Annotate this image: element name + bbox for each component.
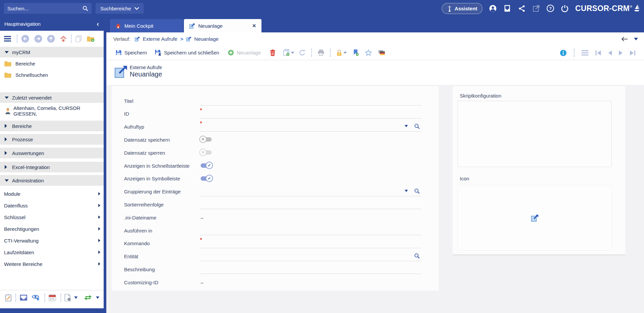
notifications-tray-icon[interactable] xyxy=(503,4,511,12)
lock-button[interactable] xyxy=(336,49,342,56)
sidebar-item-recent-contact[interactable]: Altenhain, Cornelia, CURSOR GIESSEN, xyxy=(0,105,104,117)
entitaet-input[interactable] xyxy=(200,251,401,260)
sidebar-item-cti-verwaltung[interactable]: CTI-Verwaltung xyxy=(0,236,104,246)
field-row-kommando: Kommando * xyxy=(112,237,439,250)
history-back-icon[interactable] xyxy=(621,37,628,41)
lookup-search-icon[interactable] xyxy=(414,253,420,259)
search-icon[interactable] xyxy=(82,5,88,11)
share-icon[interactable] xyxy=(518,4,526,12)
dropdown-chevron-icon[interactable] xyxy=(405,190,408,192)
field-row-gruppierung: Gruppierung der Einträge xyxy=(112,185,439,198)
sidebar-bottom-toolbar xyxy=(0,292,104,303)
copy-record-button[interactable] xyxy=(283,49,290,56)
kommando-input[interactable] xyxy=(205,238,421,247)
ausfuehren-in-input[interactable] xyxy=(200,225,421,234)
save-and-close-button[interactable]: Speichern und schließen xyxy=(155,49,219,56)
list-view-icon[interactable] xyxy=(581,50,588,55)
external-window-icon[interactable] xyxy=(532,4,540,12)
nav-up-button[interactable] xyxy=(47,35,55,43)
gruppierung-input[interactable] xyxy=(200,186,387,195)
form-card: Titel ID * Aufruftyp * xyxy=(112,86,439,291)
logout-power-icon[interactable] xyxy=(561,4,569,12)
calendar-icon[interactable] xyxy=(48,294,56,301)
previous-record-icon[interactable] xyxy=(608,50,612,55)
sidebar-item-bereiche-folder[interactable]: Bereiche xyxy=(0,58,104,68)
user-account-icon[interactable] xyxy=(489,4,497,12)
new-record-button[interactable]: Neuanlage xyxy=(228,49,261,56)
sidebar-item-datenfluss[interactable]: Datenfluss xyxy=(0,200,104,210)
history-dropdown-icon[interactable] xyxy=(634,38,638,40)
sidebar-section-mycrm[interactable]: myCRM xyxy=(0,47,104,57)
sidebar-item-berechtigungen[interactable]: Berechtigungen xyxy=(0,224,104,234)
anzeigen-symbolleiste-toggle[interactable]: ✓ xyxy=(201,176,212,181)
add-bookmark-button[interactable] xyxy=(353,49,359,56)
submenu-arrow-icon xyxy=(98,251,100,254)
lookup-search-icon[interactable] xyxy=(414,188,420,194)
nav-forward-button[interactable] xyxy=(34,35,42,43)
breadcrumb: Verlauf: Externe Aufrufe > Neuanlage xyxy=(106,32,644,45)
sidebar-header: Hauptnavigation ‹ xyxy=(0,17,104,31)
next-record-icon[interactable] xyxy=(619,50,623,55)
lock-options-chevron-icon[interactable] xyxy=(343,52,347,54)
tab-mein-cockpit[interactable]: Mein Cockpit xyxy=(110,19,183,32)
save-button[interactable]: Speichern xyxy=(115,49,147,56)
sidebar-item-laufzeitdaten[interactable]: Laufzeitdaten xyxy=(0,247,104,257)
delete-button[interactable] xyxy=(270,49,276,56)
sidebar-section-excel-integration[interactable]: Excel-Integration xyxy=(0,162,104,172)
global-search[interactable] xyxy=(4,3,92,14)
breadcrumb-link-externe-aufrufe[interactable]: Externe Aufrufe xyxy=(143,36,177,42)
sidebar-item-module[interactable]: Module xyxy=(0,189,104,199)
menu-hamburger-icon[interactable] xyxy=(4,36,11,42)
tab-neuanlage[interactable]: Neuanlage ✕ xyxy=(184,19,261,32)
sidebar-section-prozesse[interactable]: Prozesse xyxy=(0,134,104,145)
sidebar-section-auswertungen[interactable]: Auswertungen xyxy=(0,148,104,158)
beschreibung-input[interactable] xyxy=(200,264,421,273)
search-areas-button[interactable]: Suchbereiche xyxy=(96,3,144,14)
sortierreihenfolge-input[interactable] xyxy=(200,199,421,208)
print-button[interactable] xyxy=(318,49,324,56)
clipboard-edit-icon[interactable] xyxy=(5,294,12,302)
sidebar-section-administration[interactable]: Administration xyxy=(0,175,104,186)
watchlist-eye-star-icon[interactable] xyxy=(32,294,40,301)
sidebar-section-bereiche[interactable]: Bereiche xyxy=(0,121,104,131)
anzeigen-schnellstartleiste-toggle[interactable]: ✓ xyxy=(201,163,212,168)
sidebar-item-schluessel[interactable]: Schlüssel xyxy=(0,212,104,222)
submenu-arrow-icon xyxy=(98,192,100,195)
toggle-cross-icon: ✕ xyxy=(199,149,207,156)
chevron-down-icon[interactable] xyxy=(96,297,99,299)
breadcrumb-link-neuanlage[interactable]: Neuanlage xyxy=(194,36,219,42)
aufruftyp-input[interactable] xyxy=(205,122,393,130)
topbar-actions: Assistent ? CURSOR-CRM® xyxy=(442,0,640,17)
last-record-icon[interactable] xyxy=(630,50,635,55)
sidebar-collapse-icon[interactable]: ‹ xyxy=(97,20,99,27)
tab-close-icon[interactable]: ✕ xyxy=(252,23,256,28)
search-input[interactable] xyxy=(7,6,82,11)
language-flag-button[interactable] xyxy=(378,50,385,55)
chevron-down-icon[interactable] xyxy=(74,297,78,299)
sync-icon[interactable] xyxy=(84,295,92,301)
titel-input[interactable] xyxy=(200,96,421,104)
document-settings-icon[interactable] xyxy=(64,294,71,302)
lookup-search-icon[interactable] xyxy=(414,123,420,129)
icon-preview[interactable] xyxy=(458,185,612,251)
assistant-button[interactable]: Assistent xyxy=(442,3,483,14)
refresh-button[interactable] xyxy=(299,49,306,56)
home-icon[interactable] xyxy=(60,35,67,42)
nav-back-button[interactable] xyxy=(21,35,29,43)
inbox-tray-icon[interactable] xyxy=(20,295,27,301)
new-folder-icon[interactable] xyxy=(87,35,95,42)
id-input[interactable] xyxy=(205,109,421,117)
copy-options-chevron-icon[interactable] xyxy=(291,52,294,54)
datensatz-speichern-toggle[interactable]: ✕ xyxy=(201,137,212,142)
help-icon[interactable]: ? xyxy=(546,4,554,12)
dropdown-chevron-icon[interactable] xyxy=(405,125,408,127)
field-row-id: ID * xyxy=(112,107,439,120)
sidebar-item-schnellsuchen-folder[interactable]: Schnellsuchen xyxy=(0,70,104,80)
sidebar-item-weitere-bereiche[interactable]: Weitere Bereiche xyxy=(0,259,104,269)
info-icon[interactable] xyxy=(560,49,567,56)
sidebar-section-zuletzt-verwendet[interactable]: Zuletzt verwendet xyxy=(0,92,104,103)
first-record-icon[interactable] xyxy=(596,50,601,55)
script-config-textarea[interactable] xyxy=(458,101,612,167)
favorite-star-button[interactable] xyxy=(365,49,372,56)
copy-page-icon[interactable] xyxy=(75,35,82,42)
